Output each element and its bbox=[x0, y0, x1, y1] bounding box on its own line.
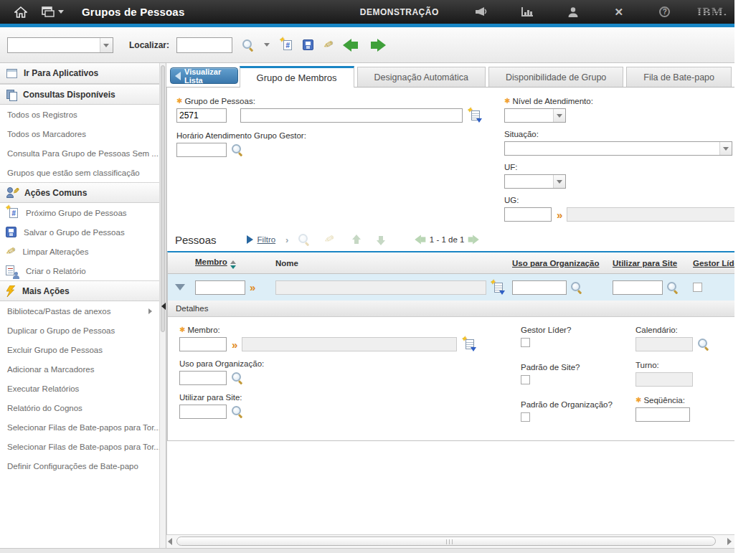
sidebar-scrollbar-thumb[interactable] bbox=[161, 65, 165, 332]
row-nome-field bbox=[275, 280, 486, 295]
row-membro-input[interactable] bbox=[195, 280, 245, 295]
localizar-input[interactable] bbox=[176, 37, 232, 53]
search-options-caret-icon[interactable] bbox=[264, 43, 270, 47]
sidebar-item-consulta-sem[interactable]: Consulta Para Grupo de Pessoas Sem ... bbox=[0, 143, 159, 163]
home-icon[interactable] bbox=[11, 4, 30, 21]
padrao-site-checkbox[interactable] bbox=[521, 375, 530, 384]
grupo-de-pessoas-input[interactable] bbox=[176, 108, 227, 123]
next-page-icon[interactable] bbox=[468, 235, 480, 245]
next-record-icon[interactable] bbox=[369, 39, 386, 52]
detalhes-membro-input[interactable] bbox=[179, 337, 227, 351]
pessoas-title: Pessoas bbox=[175, 234, 217, 246]
horizontal-scrollbar[interactable] bbox=[166, 534, 734, 548]
ug-label: UG: bbox=[504, 196, 734, 204]
filter-expand-icon[interactable]: › bbox=[285, 235, 288, 245]
horario-input[interactable] bbox=[176, 143, 227, 157]
row-expand-icon[interactable] bbox=[175, 284, 185, 290]
scroll-right-icon[interactable] bbox=[727, 538, 732, 545]
new-record-icon: #✦ bbox=[6, 207, 19, 219]
signout-icon[interactable]: ✕ bbox=[610, 4, 628, 21]
sidebar-item-executar-relatorios[interactable]: Executar Relatórios bbox=[0, 379, 159, 398]
sidebar-item-excluir-grupo[interactable]: Excluir Grupo de Pessoas bbox=[0, 340, 159, 359]
sidebar-item-salvar-grupo[interactable]: Salvar o Grupo de Pessoas bbox=[0, 222, 159, 242]
horizontal-scrollbar-thumb[interactable] bbox=[176, 537, 716, 546]
sidebar-section-consultas[interactable]: Consultas Disponíveis bbox=[0, 84, 159, 105]
long-description-icon[interactable]: ✦ bbox=[491, 281, 504, 294]
clear-changes-icon[interactable]: ✎ bbox=[322, 38, 334, 52]
horario-lookup-icon[interactable] bbox=[232, 144, 243, 156]
previous-record-icon[interactable] bbox=[343, 39, 359, 52]
row-gestor-lider-checkbox[interactable] bbox=[693, 283, 702, 292]
row-site-input[interactable] bbox=[613, 280, 663, 295]
row-site-lookup-icon[interactable] bbox=[667, 282, 679, 293]
sidebar-item-criar-relatorio[interactable]: Criar o Relatório bbox=[0, 261, 159, 280]
sort-icon[interactable] bbox=[230, 260, 236, 269]
row-membro-detail-menu-icon[interactable]: » bbox=[250, 282, 255, 293]
sidebar-item-selecionar-filas-2[interactable]: Selecionar Filas de Bate-papos para Tor.… bbox=[0, 437, 159, 456]
pessoas-table-row: » ✦ bbox=[168, 274, 734, 301]
long-description-icon[interactable]: ✦ bbox=[468, 109, 481, 122]
sidebar-section-mais-acoes[interactable]: Mais Ações bbox=[0, 280, 159, 301]
sidebar-item-duplicar-grupo[interactable]: Duplicar o Grupo de Pessoas bbox=[0, 321, 159, 340]
visualizar-lista-button[interactable]: Visualizar Lista bbox=[170, 67, 238, 84]
sidebar-item-proximo-grupo[interactable]: #✦ Próximo Grupo de Pessoas bbox=[0, 203, 159, 222]
sidebar-section-label: Mais Ações bbox=[22, 286, 70, 296]
detalhes-membro-detail-menu-icon[interactable]: » bbox=[232, 339, 237, 350]
column-uso-para-organizacao[interactable]: Uso para Organização bbox=[508, 259, 608, 268]
sidebar-item-todos-registros[interactable]: Todos os Registros bbox=[0, 105, 159, 124]
tab-grupo-de-membros[interactable]: Grupo de Membros bbox=[240, 66, 354, 88]
sidebar-section-acoes-comuns[interactable]: Ações Comuns bbox=[0, 182, 159, 203]
tab-fila-de-bate-papo[interactable]: Fila de Bate-papo bbox=[626, 67, 732, 87]
calendario-lookup-icon[interactable] bbox=[698, 339, 709, 350]
nivel-select[interactable] bbox=[504, 108, 566, 123]
sidebar-item-biblioteca-anexos[interactable]: Biblioteca/Pastas de anexos bbox=[0, 301, 159, 321]
sidebar-item-limpar-alteracoes[interactable]: ✎ Limpar Alterações bbox=[0, 242, 159, 261]
announcements-icon[interactable] bbox=[472, 4, 491, 21]
sidebar-item-adicionar-marcadores[interactable]: Adicionar a Marcadores bbox=[0, 359, 159, 379]
sidebar-item-relatorio-cognos[interactable]: Relatório do Cognos bbox=[0, 398, 159, 417]
grupo-de-pessoas-descricao-input[interactable] bbox=[240, 108, 463, 123]
scroll-left-icon[interactable] bbox=[168, 538, 172, 545]
tab-designacao-automatica[interactable]: Designação Automática bbox=[357, 67, 486, 87]
padrao-org-checkbox[interactable] bbox=[521, 412, 530, 422]
column-membro[interactable]: Membro bbox=[191, 257, 271, 269]
uf-select[interactable] bbox=[504, 174, 566, 189]
collapse-sidebar-icon[interactable] bbox=[161, 303, 166, 310]
detalhes-uso-lookup-icon[interactable] bbox=[232, 372, 243, 384]
quick-insert-select[interactable] bbox=[7, 37, 113, 53]
long-description-icon[interactable]: ✦ bbox=[462, 338, 475, 351]
ug-input[interactable] bbox=[504, 207, 552, 222]
filtro-arrow-icon bbox=[247, 235, 253, 244]
gestor-lider-checkbox[interactable] bbox=[521, 338, 530, 347]
sidebar-item-selecionar-filas-1[interactable]: Selecionar Filas de Bate-papos para Tor.… bbox=[0, 417, 159, 437]
row-uso-organizacao-input[interactable] bbox=[512, 280, 567, 295]
search-icon[interactable] bbox=[242, 39, 254, 51]
sidebar-scrollbar[interactable] bbox=[159, 63, 166, 548]
column-gestor-lider[interactable]: Gestor Líder? bbox=[689, 259, 734, 268]
go-to-applications-icon[interactable] bbox=[39, 4, 66, 21]
column-utilizar-para-site[interactable]: Utilizar para Site bbox=[608, 259, 689, 268]
sidebar-item-sem-classificacao[interactable]: Grupos que estão sem classificação bbox=[0, 163, 159, 182]
row-uso-lookup-icon[interactable] bbox=[571, 282, 582, 293]
detalhes-bar: Detalhes bbox=[168, 301, 734, 317]
sequencia-input[interactable] bbox=[635, 407, 690, 422]
tab-disponibilidade-de-grupo[interactable]: Disponibilidade de Grupo bbox=[488, 67, 623, 87]
reports-icon[interactable] bbox=[518, 4, 537, 21]
previous-page-icon[interactable] bbox=[415, 235, 427, 245]
detalhes-site-lookup-icon[interactable] bbox=[232, 406, 243, 417]
sidebar-item-todos-marcadores[interactable]: Todos os Marcadores bbox=[0, 124, 159, 143]
ug-detail-menu-icon[interactable]: » bbox=[557, 209, 562, 220]
filtro-toggle[interactable]: Filtro bbox=[247, 235, 276, 244]
sidebar-item-definir-configuracoes[interactable]: Definir Configurações de Bate-papo bbox=[0, 456, 159, 476]
save-icon[interactable] bbox=[303, 39, 313, 50]
new-record-icon[interactable]: #✦ bbox=[280, 39, 293, 52]
pessoas-table-header: Membro Nome Uso para Organização Utiliza… bbox=[168, 252, 734, 274]
situacao-select[interactable] bbox=[504, 141, 732, 156]
sequencia-label: ✱Seqüência: bbox=[635, 396, 709, 405]
detalhes-uso-input[interactable] bbox=[179, 371, 227, 385]
detalhes-site-input[interactable] bbox=[179, 405, 227, 419]
help-icon[interactable]: ? bbox=[656, 4, 674, 21]
profile-icon[interactable] bbox=[564, 4, 582, 21]
sidebar-section-aplicativos[interactable]: Ir Para Aplicativos bbox=[0, 63, 159, 84]
nivel-label: ✱Nível de Atendimento: bbox=[504, 97, 734, 105]
